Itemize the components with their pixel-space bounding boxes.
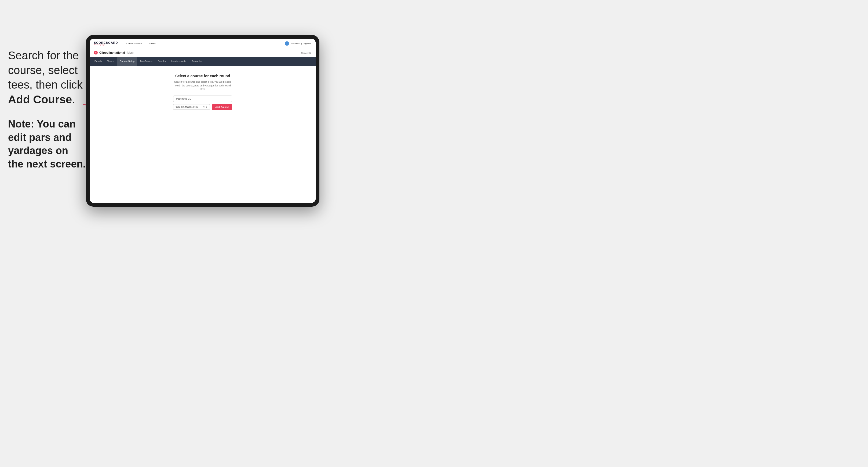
user-name: Test User: [291, 42, 300, 44]
nav-tournaments[interactable]: TOURNAMENTS: [123, 42, 142, 45]
section-description: Search for a course and select a tee. Yo…: [173, 80, 232, 91]
tournament-header: C Clippd Invitational (Men) Cancel ✕: [90, 48, 316, 57]
tee-select-value: Gold (M) (M) (7010 yds): [176, 106, 198, 108]
logo-area: SCOREBOARD Powered by clippd: [94, 41, 118, 45]
note-label: Note:: [8, 118, 34, 130]
tee-arrows-icon[interactable]: ⇕: [206, 106, 208, 108]
clippd-logo: C: [94, 51, 98, 55]
logo-sub: Powered by clippd: [94, 44, 118, 45]
cancel-label: Cancel: [301, 52, 308, 55]
nav-right: T Test User | Sign out: [285, 41, 311, 45]
nav-separator: |: [302, 42, 302, 44]
cancel-icon: ✕: [309, 52, 311, 55]
nav-left: SCOREBOARD Powered by clippd TOURNAMENTS…: [94, 41, 156, 45]
top-navigation: SCOREBOARD Powered by clippd TOURNAMENTS…: [90, 39, 316, 48]
tee-select-wrapper[interactable]: Gold (M) (M) (7010 yds) ✕ ⇕: [173, 104, 210, 110]
avatar-letter: T: [286, 42, 287, 44]
logo-text: SCOREBOARD: [94, 41, 118, 44]
annotation-main: Search for the course, select tees, then…: [8, 48, 86, 107]
tab-printables[interactable]: Printables: [189, 57, 205, 66]
annotation-bold: Add Course: [8, 93, 72, 106]
main-content: Select a course for each round Search fo…: [90, 66, 316, 203]
tab-teams[interactable]: Teams: [105, 57, 117, 66]
tab-details[interactable]: Details: [92, 57, 105, 66]
tournament-name: Clippd Invitational: [99, 51, 125, 54]
tab-bar: Details Teams Course Setup Tee Groups Re…: [90, 57, 316, 66]
annotation-area: Search for the course, select tees, then…: [8, 48, 86, 171]
add-course-button[interactable]: Add Course: [212, 104, 232, 110]
course-search-input[interactable]: [173, 96, 232, 102]
tablet-device: SCOREBOARD Powered by clippd TOURNAMENTS…: [86, 35, 319, 207]
tournament-sub: (Men): [126, 51, 133, 54]
tee-clear-icon[interactable]: ✕: [203, 106, 205, 108]
cancel-area[interactable]: Cancel ✕: [301, 50, 311, 55]
tab-course-setup[interactable]: Course Setup: [117, 57, 137, 66]
tab-results[interactable]: Results: [155, 57, 168, 66]
section-title: Select a course for each round: [175, 74, 230, 78]
tee-select-row: Gold (M) (M) (7010 yds) ✕ ⇕ Add Course: [173, 104, 232, 110]
annotation-note: Note: You can edit pars and yardages on …: [8, 118, 86, 171]
tab-tee-groups[interactable]: Tee Groups: [137, 57, 155, 66]
user-avatar: T: [285, 41, 289, 45]
sign-out-link[interactable]: Sign out: [304, 42, 311, 44]
nav-teams[interactable]: TEAMS: [147, 42, 156, 45]
cancel-button[interactable]: Cancel ✕: [301, 52, 311, 55]
tee-select-controls: ✕ ⇕: [203, 106, 208, 108]
tablet-screen: SCOREBOARD Powered by clippd TOURNAMENTS…: [90, 39, 316, 203]
tournament-title-area: C Clippd Invitational (Men): [94, 51, 133, 55]
tab-leaderboards[interactable]: Leaderboards: [168, 57, 189, 66]
